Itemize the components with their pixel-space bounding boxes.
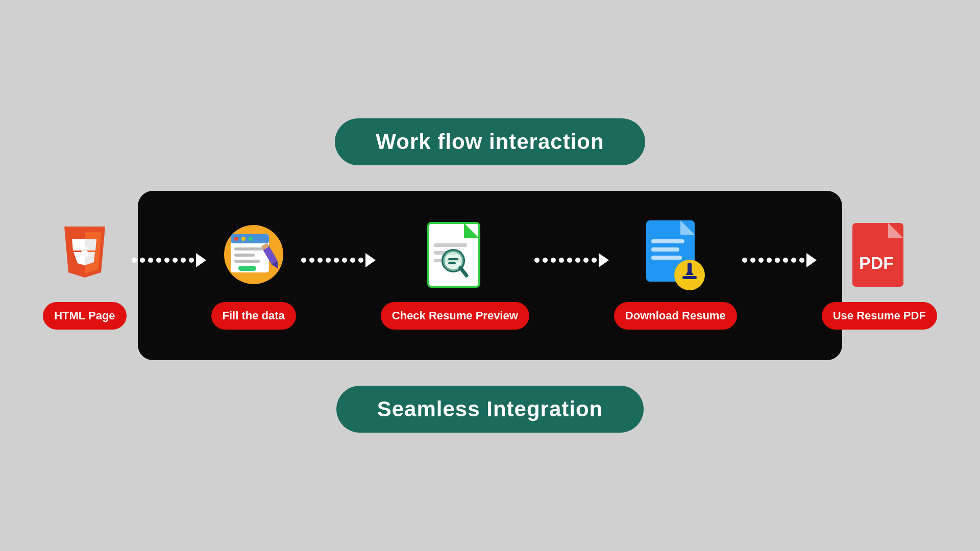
svg-rect-33 xyxy=(651,239,684,243)
step-fill-data: Fill the data xyxy=(211,221,296,330)
svg-point-10 xyxy=(234,237,238,241)
step-download: Download Resume xyxy=(614,221,737,330)
svg-rect-38 xyxy=(688,263,692,274)
form-edit-icon xyxy=(220,221,287,288)
pdf-icon: PDF xyxy=(846,221,913,288)
svg-rect-29 xyxy=(448,258,458,260)
html5-icon: 5 xyxy=(52,221,118,288)
svg-rect-39 xyxy=(682,276,697,279)
step-label-download: Download Resume xyxy=(614,302,737,330)
workflow-steps: 5 HTML Page xyxy=(179,221,801,330)
svg-rect-15 xyxy=(234,260,260,263)
step-label-pdf: Use Resume PDF xyxy=(822,302,937,330)
download-icon xyxy=(642,221,708,288)
arrow-3 xyxy=(529,253,614,267)
step-check-preview: Check Resume Preview xyxy=(381,221,529,330)
arrow-2 xyxy=(296,253,381,267)
svg-rect-35 xyxy=(651,256,682,260)
step-label-fill: Fill the data xyxy=(211,302,296,330)
svg-rect-14 xyxy=(234,254,255,257)
svg-rect-16 xyxy=(238,266,256,271)
arrow-4 xyxy=(737,253,822,267)
svg-point-11 xyxy=(241,237,246,241)
step-html-page: 5 HTML Page xyxy=(43,221,126,330)
svg-rect-34 xyxy=(651,247,679,252)
step-label-html: HTML Page xyxy=(43,302,126,330)
svg-rect-22 xyxy=(434,243,467,247)
svg-rect-30 xyxy=(448,262,456,264)
preview-icon xyxy=(422,221,488,288)
svg-text:PDF: PDF xyxy=(859,253,894,272)
workflow-container: 5 HTML Page xyxy=(138,191,842,360)
step-label-preview: Check Resume Preview xyxy=(381,302,529,330)
svg-text:5: 5 xyxy=(81,244,89,260)
workflow-title: Work flow interaction xyxy=(335,118,645,165)
seamless-integration-title: Seamless Integration xyxy=(336,386,644,433)
svg-rect-13 xyxy=(234,247,262,251)
step-use-pdf: PDF Use Resume PDF xyxy=(822,221,937,330)
arrow-1 xyxy=(127,253,211,267)
svg-point-12 xyxy=(249,237,253,241)
